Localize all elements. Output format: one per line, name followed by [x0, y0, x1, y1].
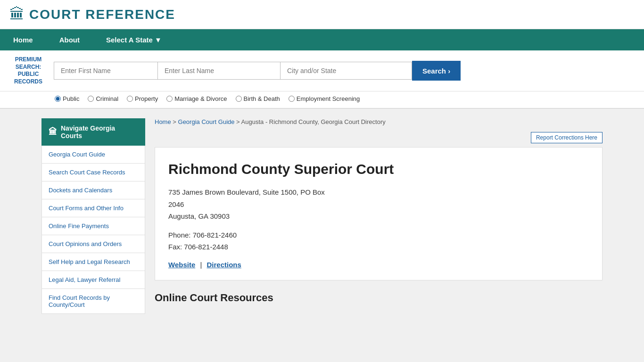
- sidebar-item-self-help[interactable]: Self Help and Legal Research: [41, 253, 145, 271]
- sidebar-item-fine-payments[interactable]: Online Fine Payments: [41, 217, 145, 235]
- radio-birth[interactable]: Birth & Death: [236, 95, 280, 102]
- nav-about[interactable]: About: [46, 29, 93, 50]
- report-btn-row: Report Corrections Here: [155, 132, 603, 143]
- last-name-input[interactable]: [157, 62, 280, 80]
- breadcrumb-home[interactable]: Home: [155, 118, 171, 125]
- search-button[interactable]: Search ›: [412, 61, 461, 81]
- first-name-input[interactable]: [54, 62, 157, 80]
- court-name: Richmond County Superior Court: [168, 161, 589, 178]
- site-title: COURT REFERENCE: [29, 7, 175, 22]
- logo-area: 🏛 COURT REFERENCE: [9, 6, 175, 23]
- breadcrumb-current: Augusta - Richmond County, Georgia Court…: [241, 118, 386, 125]
- search-type-radios: Public Criminal Property Marriage & Divo…: [0, 91, 644, 109]
- sidebar-item-legal-aid[interactable]: Legal Aid, Lawyer Referral: [41, 271, 145, 289]
- site-header: 🏛 COURT REFERENCE: [0, 0, 644, 29]
- sidebar-item-court-guide[interactable]: Georgia Court Guide: [41, 146, 145, 164]
- radio-marriage[interactable]: Marriage & Divorce: [166, 95, 227, 102]
- court-fax: Fax: 706-821-2448: [168, 241, 589, 253]
- court-phone: Phone: 706-821-2460: [168, 229, 589, 241]
- court-address: 735 James Brown Boulevard, Suite 1500, P…: [168, 186, 589, 222]
- sidebar-nav-header: 🏛 Navigate Georgia Courts: [41, 118, 145, 146]
- sidebar-item-dockets[interactable]: Dockets and Calendars: [41, 181, 145, 199]
- court-website-link[interactable]: Website: [168, 261, 195, 269]
- court-contact: Phone: 706-821-2460 Fax: 706-821-2448: [168, 229, 589, 253]
- radio-employment[interactable]: Employment Screening: [289, 95, 360, 102]
- court-directions-link[interactable]: Directions: [207, 261, 241, 269]
- court-building-icon: 🏛: [49, 127, 57, 137]
- sidebar-item-forms[interactable]: Court Forms and Other Info: [41, 199, 145, 217]
- sidebar-item-opinions[interactable]: Court Opinions and Orders: [41, 235, 145, 253]
- nav-home[interactable]: Home: [0, 29, 46, 50]
- breadcrumb-guide[interactable]: Georgia Court Guide: [178, 118, 235, 125]
- search-bar: PREMIUM SEARCH: PUBLIC RECORDS Search ›: [0, 50, 644, 91]
- radio-public[interactable]: Public: [55, 95, 79, 102]
- nav-select-state[interactable]: Select A State ▼: [93, 29, 175, 50]
- report-corrections-button[interactable]: Report Corrections Here: [531, 132, 603, 143]
- sidebar-nav-label: Navigate Georgia Courts: [61, 124, 138, 140]
- sidebar-item-case-records[interactable]: Search Court Case Records: [41, 164, 145, 181]
- search-inputs: Search ›: [54, 61, 635, 81]
- city-state-input[interactable]: [280, 62, 412, 80]
- court-icon: 🏛: [9, 6, 25, 23]
- radio-criminal[interactable]: Criminal: [88, 95, 118, 102]
- breadcrumb: Home > Georgia Court Guide > Augusta - R…: [155, 118, 603, 125]
- radio-property[interactable]: Property: [127, 95, 158, 102]
- content-area: Home > Georgia Court Guide > Augusta - R…: [155, 118, 603, 314]
- online-resources-title: Online Court Resources: [155, 292, 603, 304]
- main-nav: Home About Select A State ▼: [0, 29, 644, 50]
- court-links: Website | Directions: [168, 261, 589, 269]
- court-card: Richmond County Superior Court 735 James…: [155, 147, 603, 280]
- sidebar-item-find-records[interactable]: Find Court Records by County/Court: [41, 289, 145, 314]
- search-label: PREMIUM SEARCH: PUBLIC RECORDS: [9, 56, 47, 85]
- main-container: 🏛 Navigate Georgia Courts Georgia Court …: [32, 109, 612, 323]
- sidebar: 🏛 Navigate Georgia Courts Georgia Court …: [41, 118, 145, 314]
